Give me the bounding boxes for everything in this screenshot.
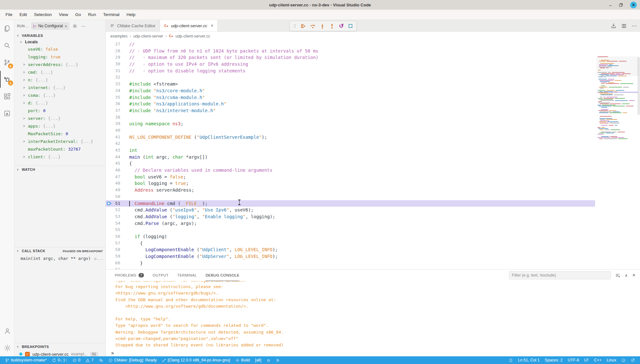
menu-file[interactable]: File xyxy=(2,10,16,20)
status-remote-indicator[interactable] xyxy=(506,356,515,364)
code-line[interactable]: 43int xyxy=(106,147,595,154)
run-or-debug-button[interactable] xyxy=(611,23,616,29)
chevron-right-icon[interactable]: > xyxy=(23,70,28,74)
breadcrumb-item[interactable]: examples xyxy=(110,34,128,38)
chevron-right-icon[interactable]: > xyxy=(23,63,28,66)
status-launch-button[interactable] xyxy=(273,356,282,364)
code-line[interactable]: 55 xyxy=(106,227,595,233)
chevron-right-icon[interactable]: > xyxy=(23,101,28,105)
variable-row[interactable]: logging:true xyxy=(14,53,105,61)
code-line[interactable]: 42 xyxy=(106,140,595,147)
chevron-right-icon[interactable]: > xyxy=(23,86,28,89)
chevron-right-icon[interactable]: > xyxy=(23,117,28,120)
status-errors[interactable]: 0 xyxy=(70,356,83,364)
views-more-actions-button[interactable]: ⋯ xyxy=(81,23,86,29)
chevron-right-icon[interactable]: > xyxy=(23,78,28,82)
stack-frame-row[interactable]: main(int argc, char ** argv) u... xyxy=(14,254,105,262)
sidebar-item-search[interactable] xyxy=(0,37,14,54)
editor-scrollbar[interactable] xyxy=(637,57,640,115)
debug-console-prompt[interactable]: > xyxy=(111,351,114,356)
menu-help[interactable]: Help xyxy=(123,10,139,20)
code-line[interactable]: 29// - maximum of 320 packets sent (or l… xyxy=(106,54,595,61)
code-line[interactable]: 49 Address serverAddress; xyxy=(106,187,595,194)
variable-row[interactable]: >serverAddress:{...} xyxy=(14,61,105,68)
code-line[interactable]: 56 if (logging) xyxy=(106,233,595,240)
variable-row[interactable]: maxPacketCount:32767 xyxy=(14,145,105,153)
clear-console-button[interactable] xyxy=(615,273,620,278)
code-line[interactable]: 33#include <fstream> xyxy=(106,81,595,87)
menu-terminal[interactable]: Terminal xyxy=(99,10,123,20)
close-tab-icon[interactable]: × xyxy=(211,23,213,28)
status-scm-branch[interactable]: buildsystem-cmake* xyxy=(3,356,49,364)
variable-row[interactable]: MaxPacketSize:0 xyxy=(14,130,105,137)
variables-section-header[interactable]: ∨ VARIABLES xyxy=(14,32,105,39)
call-stack-section-header[interactable]: ∨ CALL STACK PAUSED ON BREAKPOINT xyxy=(14,247,105,254)
start-debug-icon[interactable]: ▷ xyxy=(33,24,36,28)
status-sync-changes[interactable]: 0↓ 1↑ xyxy=(49,356,70,364)
step-into-button[interactable] xyxy=(320,23,325,29)
sidebar-item-cmake[interactable] xyxy=(0,105,14,122)
code-line[interactable]: 39using namespace ns3; xyxy=(106,120,595,127)
restart-button[interactable]: ↺ xyxy=(339,23,344,29)
sidebar-item-source-control[interactable]: 6 xyxy=(0,54,14,71)
step-out-button[interactable] xyxy=(329,23,335,29)
breadcrumb-item[interactable]: udp-client-server xyxy=(133,34,163,38)
code-line[interactable]: 34#include "ns3/core-module.h" xyxy=(106,87,595,94)
status-notifications[interactable] xyxy=(628,356,637,364)
code-line[interactable]: 48 bool logging = true; xyxy=(106,180,595,187)
code-line[interactable]: 58 LogComponentEnable ("UdpClient", LOG_… xyxy=(106,246,595,253)
sidebar-item-account[interactable] xyxy=(0,322,14,339)
tab-udp-client-server[interactable]: C+ udp-client-server.cc × xyxy=(160,20,218,31)
sidebar-item-extensions[interactable] xyxy=(0,88,14,105)
variable-row[interactable]: >interPacketInterval:{...} xyxy=(14,137,105,145)
status-build-button[interactable]: Build xyxy=(233,356,253,364)
variable-row[interactable]: >client:{...} xyxy=(14,153,105,161)
status-eol[interactable]: LF xyxy=(582,356,592,364)
code-line[interactable]: 57 { xyxy=(106,240,595,247)
code-line[interactable]: 36#include "ns3/applications-module.h" xyxy=(106,101,595,107)
status-debug-button[interactable] xyxy=(264,356,273,364)
code-line[interactable]: 51 CommandLine cmd (__FILE__); xyxy=(106,200,595,207)
code-line[interactable]: 50 xyxy=(106,194,595,200)
tab-cmake-cache-editor[interactable]: CMake Cache Editor xyxy=(106,20,160,31)
minimap[interactable] xyxy=(597,56,638,142)
variable-row[interactable]: >csma:{...} xyxy=(14,91,105,99)
panel-tab-terminal[interactable]: TERMINAL xyxy=(177,269,197,281)
maximize-button[interactable] xyxy=(619,3,623,7)
more-actions-button[interactable]: ⋯ xyxy=(632,23,637,29)
code-line[interactable]: 45{ xyxy=(106,160,595,167)
menu-go[interactable]: Go xyxy=(72,10,85,20)
code-line[interactable]: 46 // Declare variables used in command-… xyxy=(106,167,595,174)
breakpoint-checkbox[interactable]: ✓ xyxy=(25,352,30,357)
status-cursor-position[interactable]: Ln 51, Col 1 xyxy=(515,356,542,364)
panel-tab-output[interactable]: OUTPUT xyxy=(153,269,169,281)
locals-scope[interactable]: ∨ Locals xyxy=(14,39,105,45)
status-indentation[interactable]: Spaces: 2 xyxy=(542,356,565,364)
sidebar-item-settings[interactable] xyxy=(0,339,14,356)
chevron-right-icon[interactable]: > xyxy=(23,94,28,97)
variable-row[interactable]: >apps:{...} xyxy=(14,122,105,130)
code-line[interactable]: 52 cmd.AddValue ("useIpv6", "Use Ipv6", … xyxy=(106,207,595,213)
breakpoints-section-header[interactable]: ∨ BREAKPOINTS xyxy=(14,343,105,350)
close-button[interactable]: × xyxy=(630,2,637,8)
console-filter-input[interactable] xyxy=(509,271,611,279)
menu-edit[interactable]: Edit xyxy=(16,10,30,20)
code-line[interactable]: 53 cmd.AddValue ("logging", "Enable logg… xyxy=(106,213,595,220)
code-editor[interactable]: 27//28// - UDP flow from n0 to n1 of 102… xyxy=(106,40,640,270)
status-platform[interactable]: Linux xyxy=(604,356,619,364)
menu-run[interactable]: Run xyxy=(85,10,100,20)
code-line[interactable]: 44main (int argc, char *argv[]) xyxy=(106,154,595,161)
breadcrumb-item[interactable]: udp-client-server.cc xyxy=(175,34,210,38)
status-encoding[interactable]: UTF-8 xyxy=(565,356,581,364)
panel-tab-problems[interactable]: PROBLEMS7 xyxy=(115,269,144,281)
status-build-target[interactable]: [all] xyxy=(252,356,264,364)
status-cmake-debug-target[interactable] xyxy=(96,356,106,364)
chevron-right-icon[interactable]: > xyxy=(23,124,28,128)
status-cmake-status[interactable]: CMake: [Debug]: Ready xyxy=(106,356,159,364)
variable-row[interactable]: port:0 xyxy=(14,107,105,114)
code-line[interactable]: 40 xyxy=(106,127,595,134)
code-line[interactable]: 59 LogComponentEnable ("UdpServer", LOG_… xyxy=(106,253,595,260)
code-line[interactable]: 31// - option to disable logging stateme… xyxy=(106,68,595,74)
panel-tab-debug-console[interactable]: DEBUG CONSOLE xyxy=(206,269,240,281)
chevron-right-icon[interactable]: > xyxy=(23,155,28,159)
